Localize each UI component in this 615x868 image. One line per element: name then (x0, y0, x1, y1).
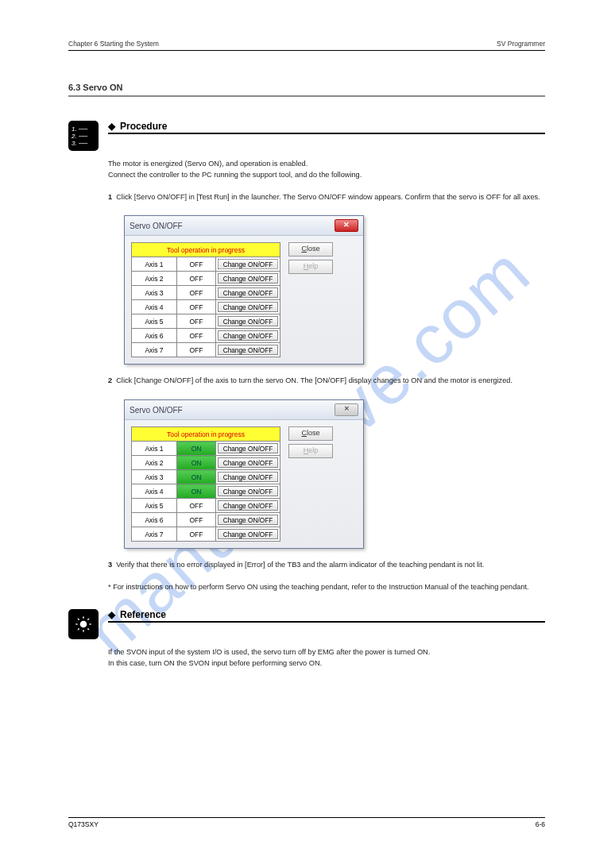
axis-state: ON (177, 470, 216, 484)
procedure-rule (108, 133, 545, 133)
axis-table: Tool operation in progress Axis 1OFFChan… (131, 242, 280, 357)
change-onoff-button[interactable]: Change ON/OFF (218, 273, 278, 284)
diamond-icon: ◆ (108, 609, 115, 620)
section-title: 6.3 Servo ON (68, 83, 545, 92)
warning-banner: Tool operation in progress (132, 427, 280, 442)
footer-left: Q173SXY (68, 820, 99, 828)
section-rule (68, 95, 545, 97)
close-icon[interactable]: ✕ (335, 403, 358, 416)
header-left: Chapter 6 Starting the System (68, 40, 159, 48)
help-button[interactable]: Help (288, 444, 333, 458)
change-onoff-button[interactable]: Change ON/OFF (218, 302, 278, 312)
change-onoff-button[interactable]: Change ON/OFF (218, 316, 278, 326)
axis-name: Axis 4 (132, 484, 177, 499)
change-onoff-button[interactable]: Change ON/OFF (218, 486, 278, 496)
intro-line: The motor is energized (Servo ON), and o… (108, 159, 545, 170)
step-text: Verify that there is no error displayed … (116, 561, 484, 569)
axis-state: ON (177, 442, 216, 456)
header-rule (68, 50, 545, 51)
axis-state: OFF (177, 257, 216, 272)
axis-name: Axis 7 (132, 527, 177, 542)
axis-state: OFF (177, 513, 216, 527)
servo-dialog-1: Servo ON/OFF ✕ Tool operation in progres… (124, 215, 364, 365)
axis-state: OFF (177, 343, 216, 357)
page-footer: Q173SXY 6-6 (68, 817, 545, 828)
servo-dialog-2: Servo ON/OFF ✕ Tool operation in progres… (124, 399, 364, 549)
change-onoff-button[interactable]: Change ON/OFF (218, 287, 278, 298)
step-number: 2 (108, 376, 112, 384)
diamond-icon: ◆ (108, 121, 115, 132)
axis-name: Axis 4 (132, 300, 177, 314)
axis-name: Axis 6 (132, 329, 177, 343)
axis-name: Axis 3 (132, 470, 177, 484)
reference-line: If the SVON input of the system I/O is u… (108, 647, 545, 658)
close-button[interactable]: Close (288, 242, 333, 257)
step-number: 3 (108, 561, 112, 569)
reference-icon (68, 609, 99, 639)
footer-right: 6-6 (536, 820, 545, 828)
dialog-title: Servo ON/OFF (130, 222, 183, 230)
step-1: 1 Click [Servo ON/OFF] in [Test Run] in … (108, 192, 545, 203)
axis-state: OFF (177, 300, 216, 314)
procedure-title: Procedure (120, 121, 167, 132)
axis-state: OFF (177, 286, 216, 300)
axis-name: Axis 2 (132, 456, 177, 470)
axis-state: OFF (177, 527, 216, 542)
axis-table: Tool operation in progress Axis 1ONChang… (131, 426, 280, 542)
warning-banner: Tool operation in progress (132, 243, 280, 257)
close-button[interactable]: Close (288, 426, 333, 441)
procedure-icon: 1. ──2. ──3. ── (68, 121, 99, 151)
axis-state: ON (177, 456, 216, 470)
step-2: 2 Click [Change ON/OFF] of the axis to t… (108, 376, 545, 387)
change-onoff-button[interactable]: Change ON/OFF (218, 515, 278, 525)
axis-state: OFF (177, 272, 216, 286)
step-text: Click [Servo ON/OFF] in [Test Run] in th… (116, 193, 540, 201)
axis-name: Axis 5 (132, 499, 177, 513)
change-onoff-button[interactable]: Change ON/OFF (218, 443, 278, 453)
axis-name: Axis 5 (132, 314, 177, 329)
axis-name: Axis 1 (132, 257, 177, 272)
change-onoff-button[interactable]: Change ON/OFF (218, 457, 278, 468)
step-number: 1 (108, 193, 112, 201)
step-3: 3 Verify that there is no error displaye… (108, 560, 545, 571)
axis-state: ON (177, 484, 216, 499)
change-onoff-button[interactable]: Change ON/OFF (218, 330, 278, 341)
help-button[interactable]: Help (288, 260, 333, 274)
axis-name: Axis 1 (132, 442, 177, 456)
reference-rule (108, 621, 545, 622)
axis-state: OFF (177, 314, 216, 329)
reference-line: In this case, turn ON the SVON input bef… (108, 658, 545, 669)
close-icon[interactable]: ✕ (335, 219, 358, 232)
header-right: SV Programmer (497, 40, 545, 48)
dialog-title: Servo ON/OFF (130, 406, 183, 415)
svg-point-0 (80, 620, 87, 627)
change-onoff-button[interactable]: Change ON/OFF (218, 472, 278, 482)
intro-line: Connect the controller to the PC running… (108, 170, 545, 181)
change-onoff-button[interactable]: Change ON/OFF (218, 345, 278, 355)
axis-state: OFF (177, 329, 216, 343)
axis-name: Axis 7 (132, 343, 177, 357)
change-onoff-button[interactable]: Change ON/OFF (218, 529, 278, 539)
change-onoff-button[interactable]: Change ON/OFF (218, 500, 278, 511)
reference-title: Reference (120, 609, 166, 620)
change-onoff-button[interactable]: Change ON/OFF (218, 259, 278, 269)
step-note: * For instructions on how to perform Ser… (108, 582, 545, 593)
step-text: Click [Change ON/OFF] of the axis to tur… (116, 376, 512, 384)
axis-name: Axis 2 (132, 272, 177, 286)
page-header: Chapter 6 Starting the System SV Program… (68, 40, 545, 48)
axis-state: OFF (177, 499, 216, 513)
axis-name: Axis 6 (132, 513, 177, 527)
axis-name: Axis 3 (132, 286, 177, 300)
